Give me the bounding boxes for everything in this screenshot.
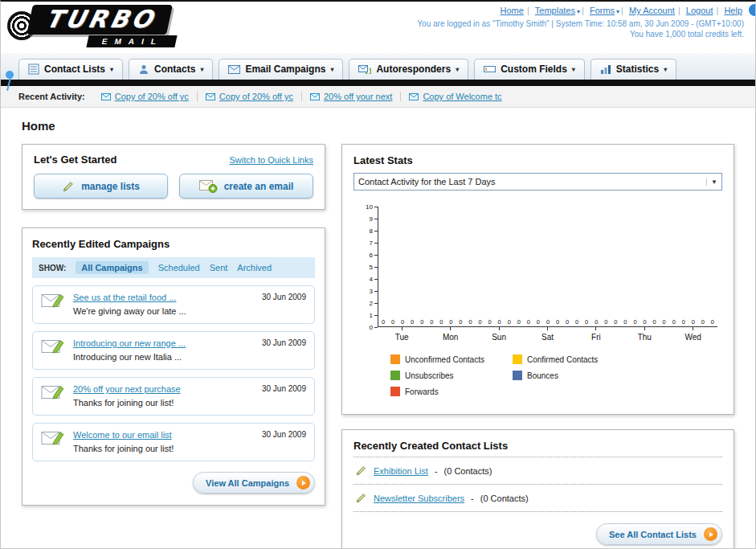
chevron-down-icon: ▾ — [110, 66, 113, 73]
contact-list-link[interactable]: Newsletter Subscribers — [374, 494, 464, 503]
contact-list-row[interactable]: Exhibition List - (0 Contacts) — [353, 457, 722, 485]
legend-swatch — [390, 354, 400, 364]
create-email-label: create an email — [224, 181, 294, 192]
x-axis-label: Sat — [523, 327, 571, 342]
bar-value-label: 0 — [430, 318, 433, 326]
recent-activity-link[interactable]: 20% off your next — [324, 92, 392, 101]
nav-link-home[interactable]: Home — [501, 6, 524, 15]
recent-activity-link[interactable]: Copy of Welcome tc — [423, 92, 501, 101]
tab-custom-fields[interactable]: Custom Fields ▾ — [474, 59, 585, 80]
bar-value-label: 0 — [623, 318, 627, 326]
legend-swatch — [513, 371, 522, 380]
contact-list-row[interactable]: Newsletter Subscribers - (0 Contacts) — [353, 485, 722, 512]
legend-label: Forwards — [405, 387, 439, 396]
bar-value-label: 0 — [439, 318, 443, 326]
bar-value-label: 0 — [382, 318, 385, 326]
contact-list-count: (0 Contacts) — [444, 466, 492, 476]
legend-label: Unconfirmed Contacts — [405, 355, 484, 364]
contact-list-sep: - — [471, 494, 474, 503]
recent-activity-link[interactable]: Copy of 20% off yc — [219, 92, 293, 101]
recent-activity-item[interactable]: Copy of 20% off yc — [198, 92, 302, 101]
filter-scheduled[interactable]: Scheduled — [158, 263, 200, 272]
campaign-row[interactable]: Welcome to our email list Thanks for joi… — [32, 423, 315, 461]
nav-link-forms[interactable]: Forms — [590, 6, 615, 15]
manage-lists-button[interactable]: manage lists — [34, 174, 168, 199]
campaign-title-link[interactable]: 20% off your next purchase — [73, 383, 181, 396]
credits-info: You have 1,000 total credits left. — [417, 30, 744, 39]
bar-value-label: 0 — [411, 318, 414, 326]
x-axis-label: Mon — [426, 327, 474, 342]
x-axis-label: Tue — [378, 327, 426, 342]
campaign-subtitle: Thanks for joining our list! — [73, 396, 181, 410]
nav-link-my-account[interactable]: My Account — [629, 6, 675, 15]
x-axis-label: Thu — [620, 327, 668, 342]
chart-bar-group: 00000 — [524, 207, 572, 326]
bar-chart-icon — [600, 64, 611, 75]
bar-value-label: 0 — [595, 318, 598, 326]
tab-label: Autoresponders — [376, 64, 451, 75]
filter-archived[interactable]: Archived — [237, 263, 272, 272]
chevron-down-icon: ▾ — [456, 66, 459, 73]
view-all-campaigns-label: View All Campaigns — [206, 478, 289, 488]
tab-autoresponders[interactable]: Autoresponders ▾ — [349, 59, 468, 80]
tab-statistics[interactable]: Statistics ▾ — [590, 59, 676, 80]
bar-value-label: 0 — [652, 318, 656, 326]
bar-value-label: 0 — [546, 318, 550, 326]
corner-dot — [749, 4, 756, 16]
campaign-subtitle: Thanks for joining our list! — [73, 442, 174, 456]
recent-contact-lists-panel: Recently Created Contact Lists Exhibitio… — [341, 429, 734, 549]
legend-item: Unsubscribes — [390, 371, 513, 380]
tab-label: Contact Lists — [44, 64, 105, 75]
recent-activity-link[interactable]: Copy of 20% off yc — [115, 92, 189, 101]
recent-activity-item[interactable]: Copy of Welcome tc — [401, 92, 509, 101]
nav-link-logout[interactable]: Logout — [686, 6, 713, 15]
campaign-subtitle: We're giving away our late ... — [73, 305, 186, 318]
filter-sent[interactable]: Sent — [210, 263, 228, 272]
envelope-icon — [409, 93, 419, 100]
arrow-right-icon — [704, 527, 717, 541]
campaign-subtitle: Introducing our new Italia ... — [73, 350, 186, 364]
tab-contacts[interactable]: Contacts ▾ — [129, 59, 213, 80]
chevron-down-icon: ▾ — [572, 66, 575, 73]
bar-value-label: 0 — [614, 318, 617, 326]
envelope-pencil-icon — [41, 337, 65, 355]
chart-legend: Unconfirmed ContactsConfirmed ContactsUn… — [390, 354, 717, 403]
campaign-title-link[interactable]: Welcome to our email list — [73, 428, 174, 442]
nav-link-help[interactable]: Help — [724, 6, 742, 15]
top-header: TURBO EMAIL Home| Templates▾| Forms▾| My… — [1, 2, 755, 53]
view-all-campaigns-button[interactable]: View All Campaigns — [193, 472, 315, 494]
campaign-date: 30 Jun 2009 — [262, 383, 306, 393]
chart-bar-group: 00000 — [427, 207, 475, 326]
nav-link-templates[interactable]: Templates — [535, 6, 575, 15]
bar-value-label: 0 — [633, 318, 636, 326]
get-started-title: Let's Get Started — [34, 154, 117, 166]
filter-all-campaigns[interactable]: All Campaigns — [76, 261, 148, 274]
tab-label: Email Campaigns — [245, 64, 325, 75]
bar-value-label: 0 — [508, 318, 511, 326]
recent-activity-item[interactable]: 20% off your next — [302, 92, 401, 101]
recent-activity-item[interactable]: Copy of 20% off yc — [93, 92, 198, 101]
main-nav: Contact Lists ▾ Contacts ▾ Email Campaig… — [1, 53, 755, 80]
contact-list-icon — [28, 64, 39, 75]
campaign-row[interactable]: 20% off your next purchase Thanks for jo… — [32, 377, 315, 416]
campaign-filter-bar: SHOW: All Campaigns Scheduled Sent Archi… — [32, 257, 315, 278]
bar-value-label: 0 — [527, 318, 530, 326]
campaign-title-link[interactable]: Introducing our new range ... — [73, 337, 186, 350]
tab-contact-lists[interactable]: Contact Lists ▾ — [18, 59, 123, 80]
campaign-title-link[interactable]: See us at the retail food ... — [73, 291, 186, 305]
envelope-icon — [206, 93, 215, 100]
legend-item: Unconfirmed Contacts — [390, 354, 513, 364]
bar-value-label: 0 — [701, 318, 705, 326]
chart-bar-group: 00000 — [476, 207, 524, 326]
legend-label: Unsubscribes — [405, 371, 454, 380]
create-email-button[interactable]: create an email — [179, 174, 313, 199]
contact-list-link[interactable]: Exhibition List — [374, 466, 428, 476]
switch-quick-links-link[interactable]: Switch to Quick Links — [229, 155, 313, 165]
tab-email-campaigns[interactable]: Email Campaigns ▾ — [219, 59, 343, 80]
campaign-row[interactable]: Introducing our new range ... Introducin… — [32, 331, 315, 370]
stats-period-select[interactable]: Contact Activity for the Last 7 Days ▼ — [353, 173, 722, 191]
recent-campaigns-panel: Recently Edited Campaigns SHOW: All Camp… — [22, 227, 325, 506]
bar-value-label: 0 — [459, 318, 462, 326]
campaign-row[interactable]: See us at the retail food ... We're givi… — [32, 285, 315, 324]
see-all-contact-lists-button[interactable]: See All Contact Lists — [596, 523, 722, 545]
